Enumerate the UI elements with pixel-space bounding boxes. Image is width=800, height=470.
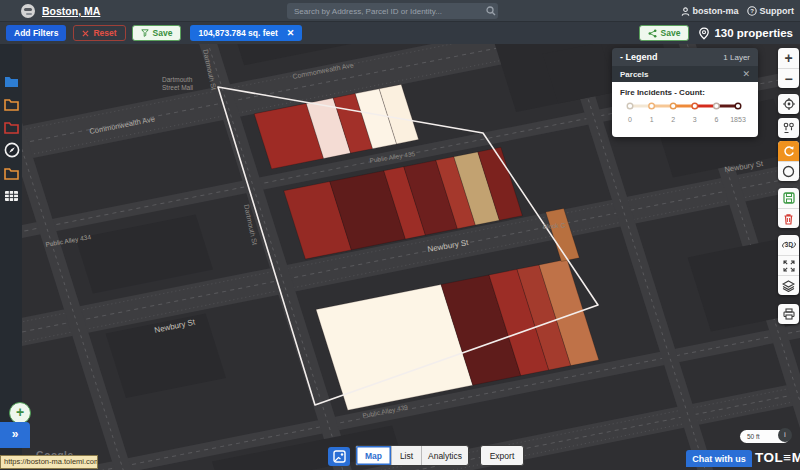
add-button[interactable]: + xyxy=(9,402,31,424)
zoom-in-button[interactable]: + xyxy=(778,48,799,68)
share-icon xyxy=(648,29,657,38)
legend-tick-label: 2 xyxy=(671,116,675,123)
zoom-group: + − xyxy=(778,48,799,88)
folder-orange-icon[interactable] xyxy=(4,97,19,111)
legend-gradient: 012361853 xyxy=(620,97,750,129)
user-menu[interactable]: boston-ma xyxy=(681,6,739,16)
view-tools-group: 3D xyxy=(778,235,799,295)
legend-title: - Legend xyxy=(620,52,658,62)
rotate-3d-icon[interactable]: 3D xyxy=(778,235,799,255)
legend-header[interactable]: - Legend 1 Layer xyxy=(612,48,758,66)
folder-orange2-icon[interactable] xyxy=(4,166,19,180)
tolemi-logo-icon xyxy=(21,4,35,18)
table-grid-icon[interactable] xyxy=(4,188,19,202)
pegman-group xyxy=(778,118,799,138)
save-filter-button[interactable]: Save xyxy=(132,25,182,41)
filter-bar: Add Filters Reset Save 104,873.784 sq. f… xyxy=(0,22,800,44)
tab-list[interactable]: List xyxy=(392,446,422,465)
property-count-label: 130 properties xyxy=(714,27,793,39)
legend-body: Fire Incidents - Count: 012361853 xyxy=(612,82,758,137)
chat-button[interactable]: Chat with us xyxy=(686,450,752,467)
search-input[interactable] xyxy=(287,7,484,16)
street-view-pegman-icon[interactable] xyxy=(778,118,799,138)
support-link[interactable]: ? Support xyxy=(747,6,795,16)
add-filters-label: Add Filters xyxy=(14,28,58,38)
basemap-toggle-button[interactable] xyxy=(328,447,350,466)
legend-layer-count: 1 Layer xyxy=(723,53,750,62)
street-label: Street Mall xyxy=(162,84,194,91)
attribution-info-icon[interactable]: i xyxy=(778,428,792,442)
compass-icon[interactable] xyxy=(4,142,19,156)
search-icon[interactable] xyxy=(484,2,498,20)
status-url-tooltip: https://boston-ma.tolemi.com xyxy=(0,455,98,469)
search-box[interactable] xyxy=(287,3,498,19)
folder-blue-icon[interactable] xyxy=(4,74,19,88)
tab-map[interactable]: Map xyxy=(356,446,392,465)
legend-tick-label: 3 xyxy=(693,116,697,123)
export-button[interactable]: Export xyxy=(480,445,524,466)
close-icon xyxy=(82,30,89,37)
top-bar: Boston, MA boston-ma ? Support xyxy=(0,0,800,22)
funnel-icon xyxy=(141,29,149,37)
add-filters-button[interactable]: Add Filters xyxy=(6,25,66,41)
draw-group xyxy=(778,141,799,181)
save-filter-label: Save xyxy=(153,28,173,38)
legend-close-icon[interactable]: ✕ xyxy=(742,69,750,79)
legend-panel: - Legend 1 Layer Parcels ✕ Fire Incident… xyxy=(612,48,758,137)
legend-tick-label: 1853 xyxy=(730,116,746,123)
chip-close-icon[interactable]: ✕ xyxy=(287,28,295,38)
view-switcher: Map List Analytics xyxy=(355,445,469,466)
reset-label: Reset xyxy=(93,28,116,38)
fullscreen-expand-icon[interactable] xyxy=(778,255,799,275)
legend-group-label: Parcels xyxy=(620,70,648,79)
print-icon[interactable] xyxy=(778,304,799,324)
legend-tick-label: 1 xyxy=(650,116,654,123)
city-title-link[interactable]: Boston, MA xyxy=(42,5,100,17)
area-filter-chip[interactable]: 104,873.784 sq. feet ✕ xyxy=(190,25,302,41)
tab-analytics[interactable]: Analytics xyxy=(422,446,468,465)
user-name: boston-ma xyxy=(693,6,739,16)
legend-layer-row: Parcels ✕ xyxy=(612,66,758,82)
area-filter-value: 104,873.784 sq. feet xyxy=(198,28,277,38)
map-pin-icon xyxy=(698,27,710,40)
legend-tick-label: 6 xyxy=(714,116,718,123)
locate-group xyxy=(778,94,799,114)
layers-icon[interactable] xyxy=(778,275,799,295)
geolocate-icon[interactable] xyxy=(778,94,799,114)
save-view-label: Save xyxy=(661,28,681,38)
mini-map-icon xyxy=(333,450,346,463)
delete-shape-icon[interactable] xyxy=(778,208,799,228)
save-delete-group xyxy=(778,188,799,228)
help-icon: ? xyxy=(747,6,757,16)
sidebar-expand-button[interactable]: » xyxy=(0,422,30,448)
save-view-button[interactable]: Save xyxy=(639,25,690,41)
redo-rotate-icon[interactable] xyxy=(778,141,799,161)
property-count: 130 properties xyxy=(698,27,793,40)
support-label: Support xyxy=(760,6,795,16)
circle-draw-icon[interactable] xyxy=(778,161,799,181)
person-icon xyxy=(681,7,690,16)
tolemi-brand-logo: TOL≡MI xyxy=(755,450,800,465)
folder-red-icon[interactable] xyxy=(4,120,19,134)
print-group xyxy=(778,304,799,324)
legend-metric-label: Fire Incidents - Count: xyxy=(620,88,750,97)
street-label: Dartmouth xyxy=(162,76,193,83)
app-window: Boston, MA boston-ma ? Support Add Filte… xyxy=(0,0,800,470)
svg-text:?: ? xyxy=(750,8,754,14)
zoom-out-button[interactable]: − xyxy=(778,68,799,88)
legend-tick-label: 0 xyxy=(628,116,632,123)
save-shape-icon[interactable] xyxy=(778,188,799,208)
reset-button[interactable]: Reset xyxy=(73,25,125,41)
